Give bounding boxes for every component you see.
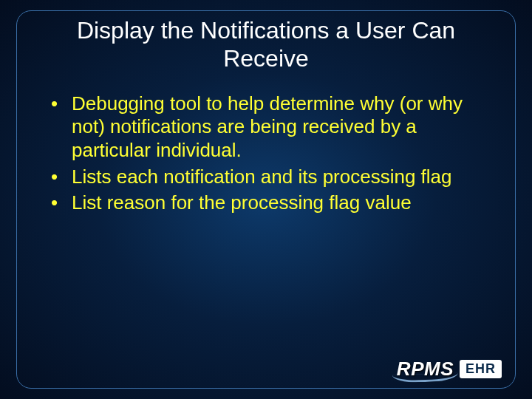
footer-logo: RPMS EHR [397,358,502,381]
bullet-item: List reason for the processing flag valu… [47,191,494,215]
slide-title: Display the Notifications a User Can Rec… [38,17,494,73]
bullet-item: Debugging tool to help determine why (or… [47,92,494,163]
rpms-logo: RPMS [397,358,454,381]
ehr-badge: EHR [460,360,502,378]
bullet-list: Debugging tool to help determine why (or… [38,92,494,216]
slide-frame: Display the Notifications a User Can Rec… [16,10,516,389]
bullet-item: Lists each notification and its processi… [47,166,494,189]
